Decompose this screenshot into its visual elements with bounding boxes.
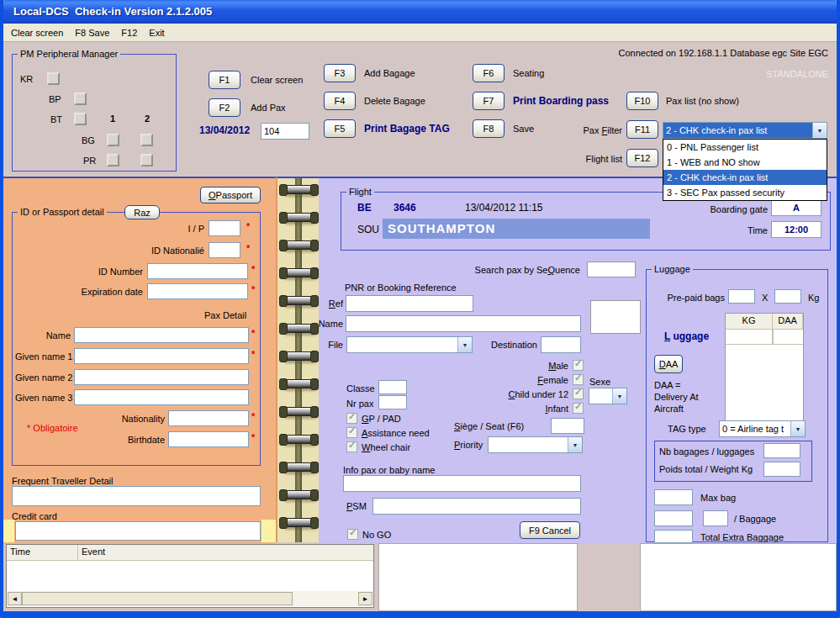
origin-name-banner: SOUTHAMPTON (383, 219, 650, 239)
expiration-date-input[interactable] (147, 283, 248, 299)
ip-input[interactable] (209, 220, 240, 236)
child-label: Child under 12 (493, 389, 568, 400)
luggage-cell-daa[interactable] (773, 330, 803, 345)
luggage-col-daa[interactable]: DAA (773, 314, 803, 329)
child-checkbox[interactable] (573, 388, 584, 399)
luggage-table-row[interactable] (726, 330, 803, 345)
ref-input[interactable] (346, 295, 473, 312)
daa-button[interactable]: DAA (654, 355, 683, 373)
extra-per-bag-input[interactable] (703, 510, 728, 526)
search-sequence-input[interactable] (587, 261, 636, 277)
id-nationality-input[interactable] (209, 242, 240, 258)
credit-card-input[interactable] (15, 521, 261, 541)
id-number-input[interactable] (147, 263, 248, 279)
female-checkbox[interactable] (573, 374, 584, 385)
scroll-left-arrow-icon[interactable]: ◄ (8, 592, 22, 605)
luggage-col-kg[interactable]: KG (726, 314, 773, 329)
passport-button[interactable]: O Passport (200, 187, 261, 203)
menu-item-f8-save[interactable]: F8 Save (71, 26, 118, 40)
priority-dropdown-arrow-icon[interactable] (568, 437, 582, 452)
luggage-cell-kg[interactable] (726, 330, 773, 345)
classe-input[interactable] (378, 380, 407, 394)
scroll-thumb[interactable] (22, 592, 293, 605)
priority-combobox[interactable] (488, 436, 583, 453)
menu-item-exit[interactable]: Exit (145, 26, 172, 40)
pax-filter-option-3[interactable]: 3 - SEC Pax passed security (663, 185, 827, 200)
peripheral-kr-indicator[interactable] (47, 72, 60, 85)
total-extra-input[interactable] (654, 530, 693, 543)
nb-bags-input[interactable] (763, 443, 800, 458)
pax-filter-combobox[interactable]: 2 - CHK check-in pax list (663, 122, 827, 139)
file-combobox[interactable] (346, 336, 473, 353)
peripheral-bg-indicator-2[interactable] (140, 134, 153, 146)
weight-total-input[interactable] (763, 462, 800, 477)
prepaid-weight-input[interactable] (774, 289, 801, 304)
f1-button[interactable]: F1 (209, 71, 240, 89)
sexe-label: Sexe (589, 377, 610, 388)
nogo-checkbox[interactable] (347, 529, 358, 540)
f9-cancel-button[interactable]: F9 Cancel (520, 521, 580, 539)
birthdate-input[interactable] (168, 431, 249, 447)
seat-input[interactable] (551, 418, 584, 434)
pax-filter-option-2[interactable]: 2 - CHK check-in pax list (663, 170, 827, 185)
departure-time-input[interactable] (771, 221, 822, 238)
name-input[interactable] (74, 327, 249, 343)
tag-type-dropdown-arrow-icon[interactable] (790, 421, 805, 436)
male-checkbox[interactable] (573, 360, 584, 371)
title-bar[interactable]: Local-DCS Check-in Version 2.1.2.005 (0, 0, 840, 24)
counter-input[interactable] (261, 123, 309, 140)
event-col-event[interactable]: Event (78, 545, 373, 560)
f7-button[interactable]: F7 (473, 92, 505, 110)
peripheral-manager-title: PM Peripheral Manager (18, 48, 120, 60)
f10-button[interactable]: F10 (626, 92, 658, 110)
peripheral-bg-indicator-1[interactable] (107, 134, 119, 146)
file-dropdown-arrow-icon[interactable] (457, 337, 472, 352)
nationality-input[interactable] (168, 410, 249, 426)
peripheral-pr-indicator-2[interactable] (140, 154, 153, 166)
f6-button[interactable]: F6 (473, 64, 505, 82)
frequent-traveller-input[interactable] (12, 486, 261, 506)
sexe-combobox[interactable] (589, 388, 627, 404)
prepaid-count-input[interactable] (728, 289, 755, 304)
spiral-ring (283, 379, 315, 388)
menu-item-clear-screen[interactable]: Clear screen (8, 26, 71, 40)
ip-required-mark: * (246, 221, 250, 232)
event-log-hscrollbar[interactable]: ◄ ► (8, 591, 372, 606)
f11-button[interactable]: F11 (626, 120, 658, 139)
nrpax-input[interactable] (378, 395, 407, 409)
search-sequence-label: Search pax by SeQuence (433, 265, 580, 276)
f5-button[interactable]: F5 (324, 119, 356, 138)
f3-button[interactable]: F3 (324, 64, 356, 82)
peripheral-pr-indicator-1[interactable] (107, 154, 119, 166)
sexe-dropdown-arrow-icon[interactable] (612, 388, 626, 404)
given-name-2-input[interactable] (74, 369, 249, 385)
given-name-1-input[interactable] (74, 348, 249, 364)
gp-pad-checkbox[interactable] (346, 413, 357, 424)
infant-checkbox[interactable] (573, 403, 584, 414)
f2-button[interactable]: F2 (209, 98, 240, 117)
info-pax-input[interactable] (343, 475, 581, 492)
f8-button[interactable]: F8 (473, 119, 505, 138)
extra-amount-input[interactable] (654, 510, 693, 526)
pax-filter-option-0[interactable]: 0 - PNL Passenger list (663, 140, 827, 155)
psm-input[interactable] (372, 498, 581, 515)
raz-button[interactable]: Raz (124, 205, 160, 219)
given-name-3-input[interactable] (74, 389, 249, 405)
event-log-header: Time Event (7, 545, 373, 561)
event-col-time[interactable]: Time (7, 545, 78, 560)
scroll-right-arrow-icon[interactable]: ► (358, 592, 372, 605)
wheelchair-checkbox[interactable] (346, 441, 357, 452)
f12-button[interactable]: F12 (626, 149, 658, 167)
menu-item-f12[interactable]: F12 (118, 26, 145, 40)
pax-filter-dropdown-arrow-icon[interactable] (812, 123, 827, 138)
peripheral-bp-indicator[interactable] (74, 92, 87, 105)
destination-input[interactable] (541, 336, 581, 353)
pax-name-input[interactable] (346, 315, 581, 332)
max-bag-input[interactable] (654, 489, 693, 505)
tag-type-combobox[interactable]: 0 = Airline tag t (719, 420, 806, 437)
peripheral-bt-indicator[interactable] (74, 113, 87, 125)
boarding-gate-input[interactable] (771, 199, 822, 216)
assistance-checkbox[interactable] (346, 427, 357, 438)
f4-button[interactable]: F4 (324, 92, 356, 110)
pax-filter-option-1[interactable]: 1 - WEB and NO show (663, 155, 827, 170)
